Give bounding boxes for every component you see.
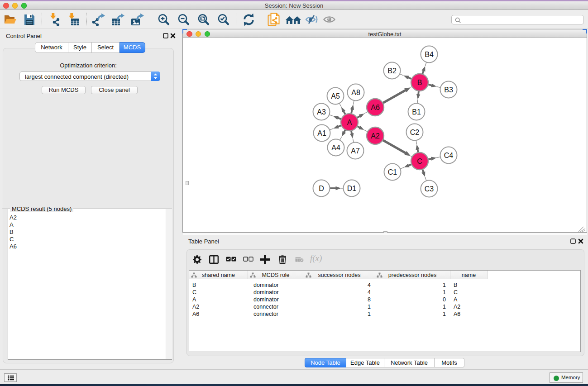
svg-text:A1: A1	[317, 129, 326, 137]
svg-text:D1: D1	[347, 185, 357, 192]
svg-text:A8: A8	[351, 89, 360, 96]
svg-text:A4: A4	[331, 144, 340, 152]
svg-text:C: C	[417, 157, 422, 165]
svg-text:B2: B2	[387, 67, 397, 75]
svg-text:A5: A5	[331, 92, 340, 100]
svg-text:C4: C4	[444, 152, 454, 159]
svg-text:B3: B3	[444, 86, 453, 94]
svg-text:A2: A2	[371, 132, 380, 140]
svg-text:A7: A7	[351, 147, 360, 155]
svg-text:C3: C3	[425, 185, 434, 193]
svg-text:D: D	[319, 185, 324, 192]
svg-text:A: A	[347, 119, 352, 126]
svg-text:B1: B1	[412, 108, 421, 116]
svg-text:B4: B4	[425, 51, 434, 58]
svg-text:C1: C1	[388, 168, 397, 176]
svg-text:C2: C2	[410, 129, 420, 136]
svg-text:A6: A6	[371, 104, 380, 111]
svg-text:B: B	[417, 79, 422, 86]
svg-text:A3: A3	[317, 108, 326, 116]
